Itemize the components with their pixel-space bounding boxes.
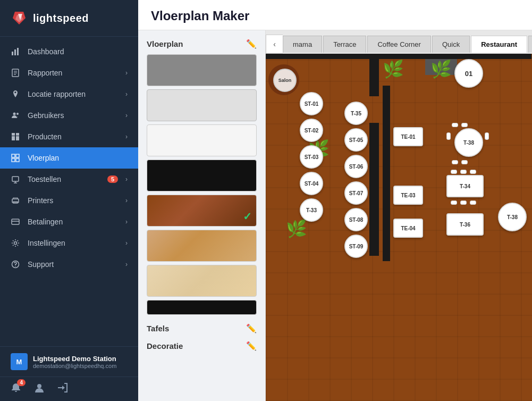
table-st04[interactable]: ST-04 xyxy=(300,172,323,195)
table-st06[interactable]: ST-06 xyxy=(344,155,368,178)
notifications-icon[interactable]: 4 xyxy=(11,382,21,396)
tab-mama[interactable]: mama xyxy=(283,36,322,53)
sidebar-item-printers[interactable]: Printers › xyxy=(0,190,138,211)
floor-swatches xyxy=(147,54,257,315)
page-title: Vloerplan Maker xyxy=(151,9,519,23)
decoratie-edit-icon[interactable]: ✏️ xyxy=(246,341,257,351)
nav-label-dashboard: Dashboard xyxy=(28,47,128,56)
floor-plan-canvas[interactable]: 🌿 🌿 🌿 🌿 Salon ST-01 ST-02 ST-03 ST-04 T-… xyxy=(266,54,532,401)
plant-4: 🌿 xyxy=(286,219,307,239)
nav-label-instellingen: Instellingen xyxy=(28,239,118,247)
table-01[interactable]: 01 xyxy=(454,59,483,88)
svg-point-29 xyxy=(15,266,15,266)
nav-label-locatie: Locatie rapporten xyxy=(28,90,118,98)
vloerplan-edit-icon[interactable]: ✏️ xyxy=(246,39,257,49)
svg-rect-5 xyxy=(17,48,19,55)
toestellen-badge: 5 xyxy=(107,176,118,183)
sidebar-item-producten[interactable]: Producten › xyxy=(0,126,138,147)
tab-scroll-left[interactable]: ‹ xyxy=(266,35,283,54)
chair-3 xyxy=(452,160,458,164)
products-icon xyxy=(11,132,20,141)
vloerplan-section-title: Vloerplan xyxy=(147,39,183,48)
chevron-right-icon: › xyxy=(125,90,128,98)
vloerplan-section-header: Vloerplan ✏️ xyxy=(147,39,257,49)
plant-2: 🌿 xyxy=(383,59,404,79)
support-icon xyxy=(11,260,20,269)
sidebar-item-gebruikers[interactable]: Gebruikers › xyxy=(0,105,138,126)
table-t38-mid[interactable]: T-38 xyxy=(454,128,483,157)
table-st05[interactable]: ST-05 xyxy=(344,128,368,152)
user-icon[interactable] xyxy=(34,382,45,396)
table-st07[interactable]: ST-07 xyxy=(344,181,368,205)
table-st08[interactable]: ST-08 xyxy=(344,208,368,231)
decoratie-section-header: Decoratie ✏️ xyxy=(147,341,257,351)
tab-coffee-corner[interactable]: Coffee Corner xyxy=(367,36,430,53)
table-st01[interactable]: ST-01 xyxy=(300,92,323,115)
svg-point-11 xyxy=(16,113,19,115)
chart-icon xyxy=(11,47,20,56)
svg-rect-15 xyxy=(16,133,19,136)
table-te03[interactable]: TE-03 xyxy=(393,186,423,205)
sidebar-item-rapporten[interactable]: Rapporten › xyxy=(0,62,138,83)
sidebar-item-betalingen[interactable]: Betalingen › xyxy=(0,211,138,232)
sidebar-bottom-bar: 4 xyxy=(0,377,138,401)
table-te01[interactable]: TE-01 xyxy=(393,127,423,146)
svg-rect-25 xyxy=(12,219,19,224)
table-t38-right[interactable]: T-38 xyxy=(498,203,527,231)
wall-left-top xyxy=(369,54,379,96)
nav-label-vloerplan: Vloerplan xyxy=(28,154,128,162)
tafels-section-header: Tafels ✏️ xyxy=(147,323,257,333)
footer-user-info: M Lightspeed Demo Station demostation@li… xyxy=(11,353,128,370)
svg-rect-19 xyxy=(16,158,19,162)
nav-label-printers: Printers xyxy=(28,196,118,205)
logout-icon[interactable] xyxy=(57,382,68,396)
swatch-wood-pale[interactable] xyxy=(147,265,257,297)
svg-rect-4 xyxy=(14,49,16,55)
app-logo-text: lightspeed xyxy=(33,12,89,24)
swatch-wood-light[interactable] xyxy=(147,230,257,262)
swatch-light-gray[interactable] xyxy=(147,89,257,121)
tab-restaurant[interactable]: Restaurant xyxy=(471,36,527,53)
tab-terrace[interactable]: Terrace xyxy=(323,36,366,53)
footer-user-email: demostation@lightspeedhq.com xyxy=(33,363,128,369)
sidebar-item-locatie-rapporten[interactable]: Locatie rapporten › xyxy=(0,83,138,105)
printers-icon xyxy=(11,196,20,205)
svg-point-27 xyxy=(14,242,17,245)
swatch-dark-gray[interactable] xyxy=(147,54,257,86)
table-te04[interactable]: TE-04 xyxy=(393,219,423,238)
chevron-right-icon: › xyxy=(125,112,128,119)
swatch-black-bar[interactable] xyxy=(147,300,257,315)
sidebar-item-instellingen[interactable]: Instellingen › xyxy=(0,232,138,254)
payments-icon xyxy=(11,217,20,227)
location-icon xyxy=(11,89,20,99)
chevron-right-icon: › xyxy=(125,218,128,225)
table-st03[interactable]: ST-03 xyxy=(300,145,323,169)
svg-point-10 xyxy=(13,113,16,115)
floorplan-icon xyxy=(11,153,20,163)
table-t36[interactable]: T-36 xyxy=(446,213,484,236)
table-t35[interactable]: T-35 xyxy=(344,102,368,125)
sidebar-item-toestellen[interactable]: Toestellen 5 › xyxy=(0,169,138,190)
chair-6 xyxy=(485,132,489,140)
top-bar: Vloerplan Maker xyxy=(138,0,532,30)
sidebar-item-dashboard[interactable]: Dashboard xyxy=(0,41,138,62)
table-st02[interactable]: ST-02 xyxy=(300,119,323,142)
swatch-white[interactable] xyxy=(147,124,257,156)
swatch-black[interactable] xyxy=(147,160,257,191)
table-salon[interactable]: Salon xyxy=(273,69,297,92)
tafels-edit-icon[interactable]: ✏️ xyxy=(246,323,257,333)
sidebar-item-support[interactable]: Support › xyxy=(0,254,138,275)
swatch-wood-dark[interactable] xyxy=(147,195,257,227)
tab-woonkamer[interactable]: Woonkamer xyxy=(528,36,532,53)
svg-rect-18 xyxy=(12,158,15,162)
chair-11 xyxy=(460,200,467,205)
svg-rect-17 xyxy=(16,154,19,157)
svg-point-30 xyxy=(37,384,41,388)
tab-quick[interactable]: Quick xyxy=(432,36,470,53)
table-t34[interactable]: T-34 xyxy=(446,175,484,197)
svg-rect-12 xyxy=(12,136,15,140)
wall-top xyxy=(266,54,531,59)
sidebar-item-vloerplan[interactable]: Vloerplan xyxy=(0,147,138,169)
table-t33[interactable]: T-33 xyxy=(300,198,323,222)
table-st09[interactable]: ST-09 xyxy=(344,235,368,258)
